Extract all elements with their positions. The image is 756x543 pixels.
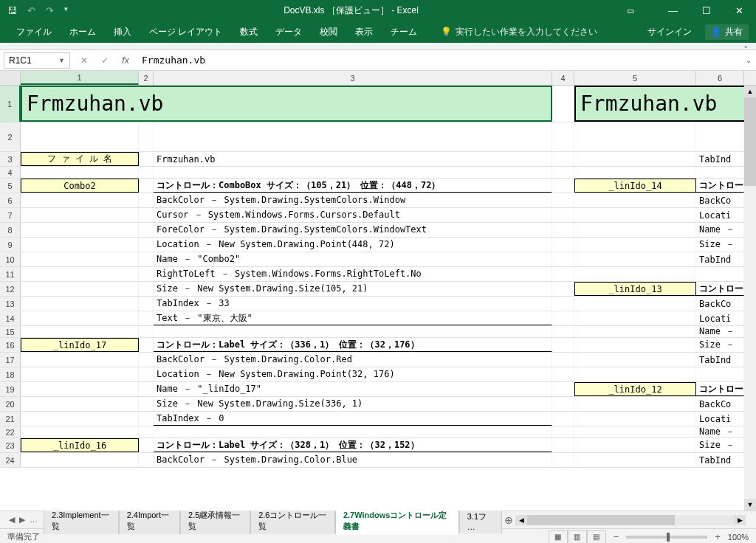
row-header[interactable]: 21 [0, 412, 21, 426]
cell[interactable]: Size － New System.Drawing.Size(336, 1) [154, 397, 552, 411]
cell[interactable] [574, 193, 696, 207]
close-button[interactable]: ✕ [723, 5, 756, 16]
cell[interactable] [139, 152, 154, 166]
cell[interactable] [154, 426, 552, 437]
hscroll-left-icon[interactable]: ◀ [515, 515, 527, 525]
cell[interactable]: Cursor － System.Windows.Forms.Cursors.De… [154, 208, 552, 222]
sheet-tab[interactable]: 2.6コントロール一覧 [250, 507, 335, 534]
cell[interactable] [154, 167, 552, 178]
cell[interactable]: Name － "Combo2" [154, 252, 552, 266]
tab-data[interactable]: データ [267, 26, 311, 38]
row-header[interactable]: 18 [0, 367, 21, 381]
zoom-level[interactable]: 100% [728, 533, 749, 542]
cell[interactable] [552, 208, 574, 222]
redo-icon[interactable]: ↷ [46, 5, 54, 16]
cell[interactable]: Name － [696, 326, 744, 337]
cell[interactable] [574, 453, 696, 467]
cell[interactable] [139, 122, 154, 151]
signin-link[interactable]: サインイン [647, 26, 692, 38]
cell[interactable]: Locati [696, 311, 744, 325]
cell[interactable] [21, 282, 139, 296]
cell[interactable] [139, 238, 154, 252]
name-box[interactable]: R1C1 ▼ [4, 52, 70, 69]
cell[interactable] [696, 167, 744, 178]
view-normal-icon[interactable]: ▦ [549, 530, 568, 544]
sheet-tab[interactable]: 2.5継承情報一覧 [180, 507, 250, 534]
cell[interactable] [552, 252, 574, 266]
hscroll-thumb[interactable] [527, 515, 675, 525]
cell[interactable] [574, 326, 696, 337]
view-page-break-icon[interactable]: ▤ [587, 530, 606, 544]
cell[interactable] [139, 311, 154, 325]
cell[interactable] [574, 311, 696, 325]
col-header[interactable]: 6 [696, 71, 744, 85]
cell[interactable]: TabInd [696, 453, 744, 467]
cell[interactable] [574, 426, 696, 437]
formula-cancel-icon[interactable]: ✕ [74, 55, 94, 66]
sheet-nav-prev-icon[interactable]: ▶ [19, 515, 25, 525]
cell[interactable] [21, 311, 139, 325]
formula-input[interactable]: Frmzuhan.vb [136, 55, 741, 66]
cell[interactable] [139, 167, 154, 178]
cell[interactable]: Locati [696, 412, 744, 426]
cell[interactable] [21, 412, 139, 426]
col-header[interactable]: 1 [21, 71, 139, 85]
cell[interactable] [21, 426, 139, 437]
control-label[interactable]: _linIdo_16 [21, 438, 139, 452]
cell[interactable] [154, 122, 552, 151]
row-header[interactable]: 13 [0, 297, 21, 311]
control-header[interactable]: コントロール：ComboBox サイズ：（105，21） 位置：（448，72） [154, 179, 552, 193]
collapse-caret-icon[interactable]: ⌄ [743, 41, 749, 49]
control-header[interactable]: コントロール：Label サイズ：（336，1） 位置：（32，176） [154, 338, 552, 352]
formula-expand-icon[interactable]: ⌄ [741, 56, 756, 64]
cell[interactable] [574, 167, 696, 178]
row-header[interactable]: 11 [0, 267, 21, 281]
tab-page-layout[interactable]: ページ レイアウト [140, 26, 231, 38]
worksheet-grid[interactable]: 1 2 3 4 5 6 1 Frmzuhan.vb Frmzuhan.vb 2 … [0, 71, 756, 511]
row-header[interactable]: 17 [0, 353, 21, 367]
cell[interactable] [552, 438, 574, 452]
cell[interactable] [552, 86, 574, 122]
cell[interactable] [574, 412, 696, 426]
cell[interactable] [21, 193, 139, 207]
zoom-slider[interactable] [626, 536, 707, 539]
cell[interactable]: BackColor － System.Drawing.Color.Blue [154, 453, 552, 467]
tab-view[interactable]: 表示 [346, 26, 382, 38]
view-page-layout-icon[interactable]: ▥ [568, 530, 587, 544]
row-header[interactable]: 3 [0, 152, 21, 166]
cell[interactable]: Name － [696, 223, 744, 237]
cell[interactable] [21, 208, 139, 222]
cell[interactable] [21, 353, 139, 367]
cell[interactable] [552, 367, 574, 381]
cell[interactable] [574, 297, 696, 311]
tell-me-search[interactable]: 💡 実行したい作業を入力してください [441, 26, 597, 38]
select-all-corner[interactable] [0, 71, 21, 85]
cell[interactable]: TabIndex － 33 [154, 297, 552, 311]
col-header[interactable]: 3 [154, 71, 552, 85]
cell[interactable] [139, 297, 154, 311]
cell[interactable] [552, 338, 574, 352]
control-label[interactable]: _linIdo_14 [574, 179, 696, 193]
cell[interactable] [552, 238, 574, 252]
cell[interactable] [574, 438, 696, 452]
cell[interactable] [552, 453, 574, 467]
cell[interactable] [574, 397, 696, 411]
formula-enter-icon[interactable]: ✓ [94, 55, 115, 66]
maximize-button[interactable]: ☐ [690, 5, 723, 16]
cell[interactable]: Size － [696, 438, 744, 452]
cell[interactable] [574, 267, 696, 281]
cell[interactable] [21, 122, 139, 151]
cell[interactable] [139, 412, 154, 426]
cell[interactable] [139, 438, 154, 452]
cell[interactable] [552, 412, 574, 426]
sheet-tab[interactable]: 2.4Import一覧 [119, 507, 180, 534]
cell[interactable] [574, 338, 696, 352]
row-header[interactable]: 7 [0, 208, 21, 222]
cell[interactable] [139, 326, 154, 337]
cell[interactable] [574, 122, 696, 151]
sheet-tab[interactable]: 2.3Implement一覧 [44, 507, 119, 534]
share-button[interactable]: 👤 共有 [705, 24, 749, 40]
cell[interactable] [552, 326, 574, 337]
cell[interactable]: TabInd [696, 152, 744, 166]
col-header[interactable]: 4 [552, 71, 574, 85]
